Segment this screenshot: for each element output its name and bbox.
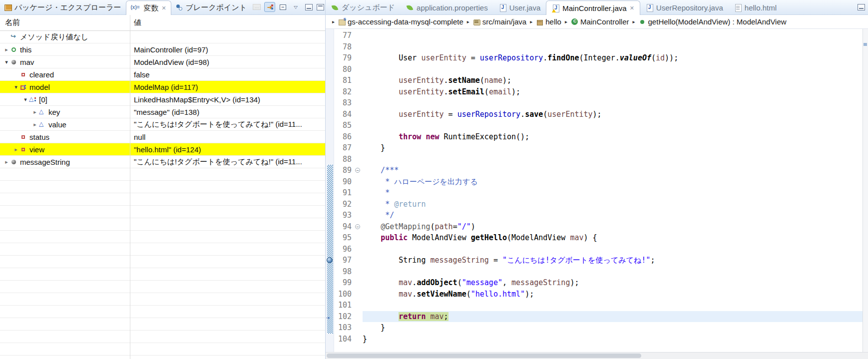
editor-tab-hello-html[interactable]: hello.html [729,1,782,14]
expand-arrow-icon[interactable]: ▸ [3,46,10,53]
code-text[interactable]: String messageString = "こんにちは!タグボートを使ってみ… [363,255,868,266]
collapse-arrow-icon[interactable]: ▾ [3,59,10,65]
collapse-arrow-icon[interactable]: ▾ [12,84,19,90]
empty-table-row[interactable] [0,343,325,356]
editor-tab-application-properties[interactable]: application.properties [401,1,493,14]
collapse-all-icon[interactable]: − [277,2,288,12]
maximize-icon[interactable] [317,4,324,10]
code-line-85[interactable]: 85 [326,120,868,131]
marker-cell[interactable] [326,334,334,345]
variable-row[interactable]: ▸thisMainController (id=97) [0,43,325,56]
view-tab-breakpoints[interactable]: ブレークポイント [171,1,251,14]
code-line-82[interactable]: 82 userEntity.setEmail(email); [326,86,868,98]
variable-row[interactable]: ▸key"message" (id=138) [0,106,325,118]
code-line-88[interactable]: 88 [326,154,868,165]
show-type-names-icon[interactable]: … [251,2,262,12]
code-line-100[interactable]: 100 mav.setViewName("hello.html"); [326,289,868,300]
empty-table-row[interactable] [0,168,325,181]
code-line-87[interactable]: 87 } [326,142,868,154]
column-header-value[interactable]: 値 [130,18,141,27]
breadcrumb-item[interactable]: hello [535,17,562,26]
view-menu-chevron-icon[interactable]: ▽ [290,2,301,12]
marker-cell[interactable] [326,109,334,120]
breakpoint-icon[interactable] [327,257,333,263]
marker-cell[interactable] [326,244,334,255]
empty-table-row[interactable] [0,243,325,256]
marker-cell[interactable] [326,131,334,143]
variable-row[interactable]: clearedfalse [0,68,325,81]
show-logical-structure-icon[interactable]: ➜ [264,2,275,12]
minimize-icon[interactable] [305,4,313,10]
expand-arrow-icon[interactable]: ▸ [31,121,38,128]
expand-arrow-icon[interactable]: ▸ [12,146,19,153]
code-line-94[interactable]: 94− @GetMapping(path="/") [326,221,868,233]
marker-cell[interactable] [326,210,334,221]
code-text[interactable]: * @return [363,199,868,210]
code-line-103[interactable]: 103 } [326,322,868,334]
marker-cell[interactable] [326,300,334,311]
code-text[interactable]: /*** [363,165,868,176]
code-line-96[interactable]: 96 [326,244,868,255]
code-text[interactable]: } [363,334,868,345]
scrollbar-thumb[interactable] [327,354,641,358]
editor-tab-userrepository-java[interactable]: UserRepository.java [640,1,729,14]
code-line-102[interactable]: ➔102 return mav; [326,311,868,323]
code-text[interactable] [363,154,868,165]
marker-cell[interactable] [326,30,334,41]
empty-table-row[interactable] [0,206,325,218]
fold-collapse-icon[interactable]: − [354,221,363,233]
code-line-77[interactable]: 77 [326,30,868,41]
empty-table-row[interactable] [0,218,325,231]
code-text[interactable] [363,41,868,53]
marker-cell[interactable] [326,165,334,176]
marker-cell[interactable] [326,187,334,199]
column-header-name[interactable]: 名前 [0,18,130,27]
marker-cell[interactable] [326,232,334,244]
view-tab-package-explorer[interactable]: パッケージ・エクスプローラー [0,1,126,14]
code-text[interactable]: */ [363,210,868,221]
code-text[interactable]: userEntity.setEmail(email); [363,86,868,98]
code-text[interactable]: } [363,322,868,334]
code-text[interactable]: public ModelAndView getHello(ModelAndVie… [363,232,868,244]
expand-arrow-icon[interactable]: ▸ [31,109,38,115]
marker-cell[interactable] [326,41,334,53]
code-line-79[interactable]: 79 User userEntity = userRepository.find… [326,52,868,64]
code-text[interactable]: userEntity.setName(name); [363,75,868,86]
variable-row[interactable]: ▸value"こんにちは!タグボートを使ってみてね!" (id=11... [0,118,325,131]
code-line-99[interactable]: 99 mav.addObject("message", messageStrin… [326,277,868,289]
marker-cell[interactable] [326,322,334,334]
empty-table-row[interactable] [0,181,325,193]
code-line-98[interactable]: 98 [326,266,868,278]
variable-row[interactable]: statusnull [0,131,325,143]
code-line-95[interactable]: 95 public ModelAndView getHello(ModelAnd… [326,232,868,244]
variable-row[interactable]: メソッド戻り値なし [0,31,325,43]
code-text[interactable]: @GetMapping(path="/") [363,221,868,233]
empty-table-row[interactable] [0,318,325,331]
code-line-84[interactable]: 84 userEntity = userRepository.save(user… [326,109,868,120]
code-line-78[interactable]: 78 [326,41,868,53]
code-text[interactable] [363,266,868,278]
editor-tab-maincontroller-java[interactable]: MainController.java✕ [546,0,640,15]
collapse-arrow-icon[interactable]: ▾ [22,96,29,103]
code-text[interactable]: * ハローページを出力する [363,176,868,188]
close-icon[interactable]: ✕ [630,5,634,11]
variable-row[interactable]: ▸view"hello.html" (id=124) [0,143,325,156]
code-line-81[interactable]: 81 userEntity.setName(name); [326,75,868,86]
breadcrumb-item[interactable]: gs-accessing-data-mysql-complete [337,17,464,26]
code-text[interactable] [363,30,868,41]
horizontal-scrollbar[interactable] [326,352,868,359]
code-text[interactable]: mav.setViewName("hello.html"); [363,289,868,300]
code-line-92[interactable]: 92 * @return [326,199,868,210]
breadcrumb-item[interactable]: src/main/java [472,17,527,26]
view-tab-variables[interactable]: (x)=変数✕ [126,0,171,15]
code-line-80[interactable]: 80 [326,64,868,75]
code-line-104[interactable]: 104} [326,334,868,345]
variable-row[interactable]: ▾[0]LinkedHashMap$Entry<K,V> (id=134) [0,93,325,106]
code-text[interactable] [363,244,868,255]
code-text[interactable]: * [363,187,868,199]
column-divider[interactable] [130,15,130,359]
empty-table-row[interactable] [0,293,325,306]
code-text[interactable] [363,300,868,311]
code-text[interactable]: throw new RuntimeException(); [363,131,868,143]
code-text[interactable] [363,97,868,109]
